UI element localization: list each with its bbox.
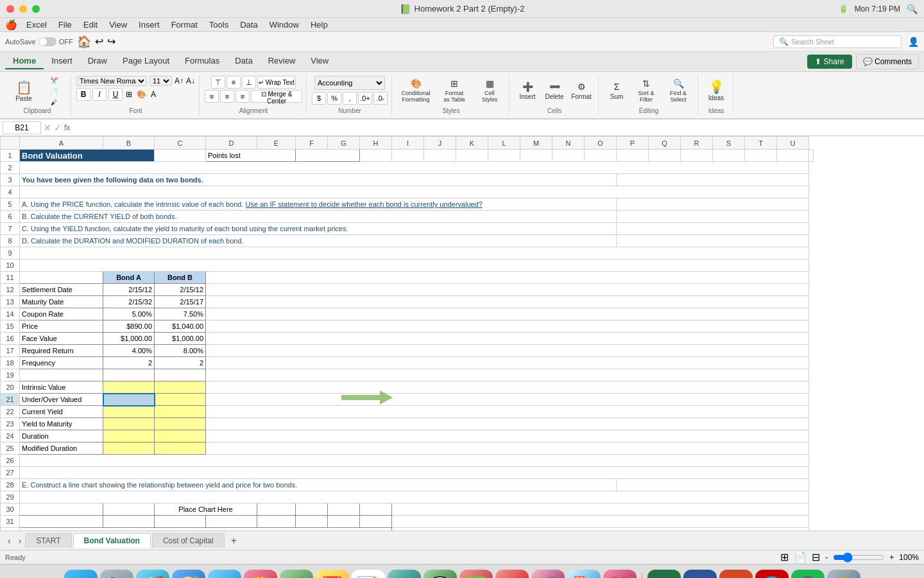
decrease-decimal-button[interactable]: .0-	[373, 92, 388, 105]
cell-C15[interactable]: $1,040.00	[155, 320, 206, 333]
find-select-button[interactable]: 🔍 Find &Select	[663, 77, 694, 104]
formula-input[interactable]	[75, 122, 921, 134]
cell-D17[interactable]	[206, 345, 809, 357]
home-icon[interactable]: 🏠	[77, 35, 91, 49]
col-header-S[interactable]: S	[713, 137, 745, 150]
tab-page-layout[interactable]: Page Layout	[115, 53, 177, 69]
cell-Q1[interactable]	[681, 150, 713, 162]
format-painter-button[interactable]: 🖌	[41, 98, 67, 107]
menu-tools[interactable]: Tools	[204, 19, 234, 31]
paste-button[interactable]: 📋 Paste	[8, 80, 40, 103]
cell-B14[interactable]: 5.00%	[103, 308, 155, 320]
col-header-B[interactable]: B	[103, 137, 155, 150]
cell-H30[interactable]	[360, 504, 392, 516]
cell-C19[interactable]	[155, 369, 206, 381]
bold-button[interactable]: B	[76, 88, 90, 101]
tab-home[interactable]: Home	[5, 53, 44, 69]
dock-calendar[interactable]: 📅	[316, 570, 349, 579]
cell-C18[interactable]: 2	[155, 357, 206, 369]
cell-A28[interactable]: E. Construct a line chart showing the re…	[20, 479, 617, 491]
tab-next-button[interactable]: ›	[15, 533, 26, 548]
underline-button[interactable]: U	[108, 88, 123, 101]
cell-D11[interactable]	[206, 272, 809, 284]
cell-A17[interactable]: Required Return	[20, 345, 103, 357]
cell-D31[interactable]	[206, 516, 257, 528]
cell-A10[interactable]	[20, 259, 809, 272]
cell-G30[interactable]	[328, 504, 360, 516]
cell-A20[interactable]: Intrinsic Value	[20, 381, 103, 394]
cell-A19[interactable]	[20, 369, 103, 381]
undo-icon[interactable]: ↩	[95, 35, 103, 48]
cell-C24[interactable]	[155, 430, 206, 442]
page-layout-button[interactable]: 📄	[794, 551, 807, 563]
align-right-button[interactable]: ≡	[235, 90, 250, 103]
cell-D12[interactable]	[206, 284, 809, 296]
fx-cancel-icon[interactable]: ✕	[44, 123, 51, 133]
copy-button[interactable]: 📄	[41, 87, 67, 96]
cell-G31[interactable]	[328, 516, 360, 528]
cell-E30[interactable]	[257, 504, 296, 516]
cell-D19[interactable]	[206, 369, 809, 381]
cell-A4[interactable]	[20, 186, 809, 198]
dock-news[interactable]: 📰	[495, 570, 529, 579]
cell-C30[interactable]: Place Chart Here	[155, 504, 257, 516]
sort-filter-button[interactable]: ⇅ Sort &Filter	[631, 77, 662, 104]
cell-B11[interactable]: Bond A	[103, 272, 155, 284]
cell-D21[interactable]	[206, 394, 809, 406]
cell-O1[interactable]	[617, 150, 649, 162]
cell-A15[interactable]: Price	[20, 320, 103, 333]
dock-spotlight[interactable]: 🔍	[100, 570, 133, 579]
cell-I30[interactable]	[392, 504, 809, 516]
font-size-select[interactable]: 11	[150, 76, 172, 86]
conditional-formatting-button[interactable]: 🎨 ConditionalFormatting	[397, 77, 434, 104]
cell-A13[interactable]: Maturity Date	[20, 296, 103, 308]
cell-A23[interactable]: Yield to Maturity	[20, 418, 103, 430]
dock-safari[interactable]: 🧭	[172, 570, 205, 579]
close-button[interactable]	[6, 5, 14, 13]
format-cells-button[interactable]: ⚙ Format	[569, 80, 594, 101]
dock-finder[interactable]: 🗂	[64, 570, 98, 579]
menu-window[interactable]: Window	[264, 19, 304, 31]
page-break-button[interactable]: ⊟	[812, 551, 820, 563]
cell-D22[interactable]	[206, 406, 809, 418]
cell-C25[interactable]	[155, 442, 206, 455]
comments-button[interactable]: 💬 Comments	[856, 54, 919, 69]
dock-music[interactable]: 🎵	[531, 570, 565, 579]
cell-C20[interactable]	[155, 381, 206, 394]
dock-launchpad[interactable]: 🚀	[136, 570, 169, 579]
cell-C22[interactable]	[155, 406, 206, 418]
cell-P6[interactable]	[617, 211, 809, 223]
border-button[interactable]: ⊞	[124, 89, 133, 100]
dock-appstore[interactable]: 🏪	[567, 570, 601, 579]
align-middle-button[interactable]: ≡	[227, 76, 241, 89]
col-header-G[interactable]: G	[328, 137, 360, 150]
cell-A30[interactable]	[20, 504, 103, 516]
cell-H1[interactable]	[392, 150, 424, 162]
cell-E31[interactable]	[257, 516, 296, 528]
cell-I31[interactable]	[392, 516, 809, 528]
cell-S1[interactable]	[745, 150, 777, 162]
cell-A2[interactable]	[20, 162, 809, 174]
cell-U1[interactable]	[809, 150, 814, 162]
cell-D16[interactable]	[206, 333, 809, 345]
menu-format[interactable]: Format	[166, 19, 203, 31]
cell-A18[interactable]: Frequency	[20, 357, 103, 369]
minimize-button[interactable]	[19, 5, 27, 13]
cell-D13[interactable]	[206, 296, 809, 308]
cell-B15[interactable]: $890.00	[103, 320, 155, 333]
menu-data[interactable]: Data	[235, 19, 262, 31]
cell-B20[interactable]	[103, 381, 155, 394]
maximize-button[interactable]	[32, 5, 40, 13]
font-color-button[interactable]: A	[150, 89, 157, 100]
col-header-U[interactable]: U	[777, 137, 809, 150]
italic-button[interactable]: I	[92, 88, 107, 101]
sum-button[interactable]: Σ Sum	[604, 80, 629, 101]
tab-insert[interactable]: Insert	[44, 53, 80, 69]
cell-A22[interactable]: Current Yield	[20, 406, 103, 418]
col-header-C[interactable]: C	[155, 137, 206, 150]
cell-A24[interactable]: Duration	[20, 430, 103, 442]
col-header-A[interactable]: A	[20, 137, 103, 150]
cell-T1[interactable]	[777, 150, 809, 162]
dock-reminders[interactable]: ✅	[459, 570, 493, 579]
col-header-P[interactable]: P	[617, 137, 649, 150]
